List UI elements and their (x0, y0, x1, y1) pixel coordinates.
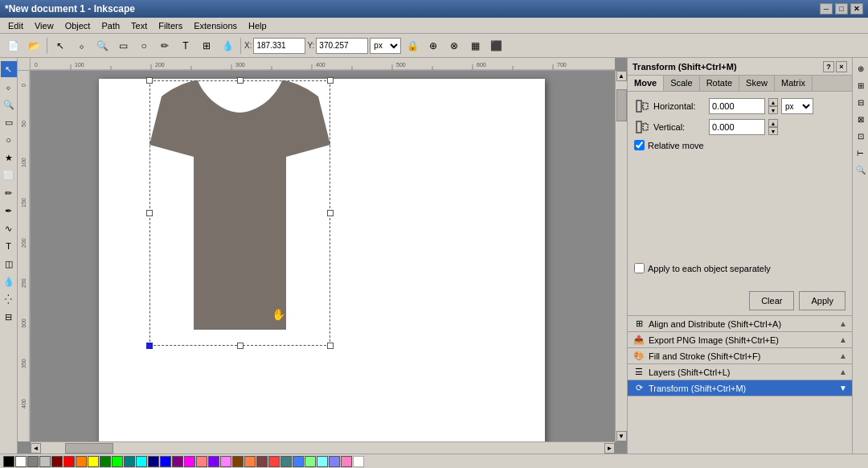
sidebar-icons4-btn[interactable]: ⊠ (854, 112, 868, 126)
snap2-btn[interactable]: ⊗ (444, 36, 464, 55)
handle-top-right[interactable] (327, 77, 334, 84)
h-scroll-thumb[interactable] (65, 443, 113, 454)
apply-button[interactable]: Apply (799, 291, 845, 310)
color-orange[interactable] (76, 456, 87, 467)
color-blue[interactable] (160, 456, 171, 467)
handle-mid-bottom[interactable] (237, 343, 244, 349)
horizontal-unit[interactable]: px mm cm in (781, 98, 813, 114)
sidebar-icons6-btn[interactable]: ⊢ (854, 146, 868, 160)
menu-filters[interactable]: Filters (154, 20, 187, 31)
scroll-up-btn[interactable]: ▲ (616, 71, 627, 81)
select-tool[interactable]: ↖ (51, 36, 70, 55)
color-slate[interactable] (280, 456, 292, 467)
color-violet[interactable] (208, 456, 219, 467)
open-button[interactable]: 📂 (24, 36, 43, 55)
export-collapse[interactable]: ▲ (839, 335, 847, 344)
panel-transform-item[interactable]: ⟳ Transform (Shift+Ctrl+M) ▼ (628, 380, 852, 396)
handle-top-left[interactable] (146, 77, 153, 84)
fill-collapse[interactable]: ▲ (839, 351, 847, 360)
color-maroon[interactable] (51, 456, 63, 467)
tool-ellipse[interactable]: ○ (1, 132, 17, 148)
x-input[interactable] (253, 38, 305, 54)
tool-pencil[interactable]: ✒ (1, 203, 17, 219)
tool-text[interactable]: T (1, 238, 17, 254)
menu-view[interactable]: View (30, 20, 59, 31)
minimize-button[interactable]: ─ (820, 3, 833, 14)
color-light-red[interactable] (268, 456, 280, 467)
panel-help-btn[interactable]: ? (823, 61, 834, 72)
color-periwinkle[interactable] (329, 456, 340, 467)
align-collapse[interactable]: ▲ (839, 319, 847, 328)
menu-edit[interactable]: Edit (3, 20, 28, 31)
tab-move[interactable]: Move (628, 76, 664, 91)
sidebar-icons3-btn[interactable]: ⊟ (854, 95, 868, 109)
tool-rect[interactable]: ▭ (1, 114, 17, 130)
color-rose[interactable] (341, 456, 352, 467)
vertical-spin-up[interactable]: ▲ (768, 119, 778, 127)
scroll-right-btn[interactable]: ► (604, 443, 615, 454)
menu-text[interactable]: Text (126, 20, 152, 31)
y-input[interactable] (316, 38, 368, 54)
handle-bottom-left[interactable] (146, 343, 153, 349)
color-peach[interactable] (244, 456, 256, 467)
color-cyan[interactable] (136, 456, 147, 467)
rect-tool[interactable]: ▭ (113, 36, 133, 55)
color-navy[interactable] (148, 456, 159, 467)
menu-path[interactable]: Path (96, 20, 125, 31)
color-teal[interactable] (124, 456, 135, 467)
color-mint[interactable] (305, 456, 316, 467)
transform-collapse[interactable]: ▼ (839, 384, 847, 392)
tool-eraser[interactable]: ⊟ (1, 309, 17, 325)
color-green[interactable] (100, 456, 111, 467)
canvas-area[interactable]: 0 100 200 300 400 500 600 700 (18, 58, 627, 454)
clear-button[interactable]: Clear (749, 291, 794, 310)
color-pink[interactable] (196, 456, 207, 467)
color-magenta[interactable] (184, 456, 195, 467)
color-brown[interactable] (232, 456, 244, 467)
tool-zoom[interactable]: 🔍 (1, 96, 17, 113)
layers-collapse[interactable]: ▲ (839, 367, 847, 376)
color-lime[interactable] (112, 456, 123, 467)
tab-scale[interactable]: Scale (664, 76, 700, 91)
color-black[interactable] (3, 456, 14, 467)
text-tool[interactable]: T (176, 36, 195, 55)
ungroup-btn[interactable]: ⬛ (486, 36, 506, 55)
lock-btn[interactable]: 🔒 (403, 36, 422, 55)
tab-skew[interactable]: Skew (739, 76, 775, 91)
sidebar-icons5-btn[interactable]: ⊡ (854, 129, 868, 143)
color-white[interactable] (15, 456, 27, 467)
color-purple[interactable] (172, 456, 183, 467)
gradient-tool[interactable]: ⊞ (197, 36, 216, 55)
tab-rotate[interactable]: Rotate (700, 76, 739, 91)
panel-export[interactable]: 📤 Export PNG Image (Shift+Ctrl+E) ▲ (628, 332, 852, 348)
dropper-tool[interactable]: 💧 (218, 36, 237, 55)
apply-each-checkbox[interactable] (634, 263, 645, 273)
group-btn[interactable]: ▦ (465, 36, 485, 55)
handle-mid-top[interactable] (237, 77, 244, 84)
ellipse-tool[interactable]: ○ (134, 36, 154, 55)
tool-dropper[interactable]: 💧 (1, 273, 17, 289)
color-dark-red[interactable] (256, 456, 268, 467)
horizontal-input[interactable] (709, 98, 765, 114)
panel-layers[interactable]: ☰ Layers (Shift+Ctrl+L) ▲ (628, 364, 852, 380)
color-red[interactable] (63, 456, 75, 467)
color-white2[interactable] (353, 456, 364, 467)
scroll-down-btn[interactable]: ▼ (616, 431, 627, 441)
horizontal-spin-up[interactable]: ▲ (768, 98, 778, 106)
tab-matrix[interactable]: Matrix (775, 76, 813, 91)
scroll-left-btn[interactable]: ◄ (31, 443, 41, 454)
menu-help[interactable]: Help (244, 20, 272, 31)
handle-bottom-right[interactable] (327, 343, 334, 349)
panel-align[interactable]: ⊞ Align and Distribute (Shift+Ctrl+A) ▲ (628, 316, 852, 332)
horizontal-scrollbar[interactable]: ◄ ► (31, 441, 615, 454)
tool-spray[interactable]: ⁛ (1, 291, 17, 307)
tool-3d[interactable]: ⬜ (1, 167, 17, 183)
sidebar-arrange-btn[interactable]: ⊕ (854, 61, 868, 76)
zoom-tool[interactable]: 🔍 (92, 36, 112, 55)
tshirt-container[interactable] (149, 80, 330, 346)
tool-star[interactable]: ★ (1, 150, 17, 166)
unit-select[interactable]: px mm cm in (370, 38, 401, 54)
color-yellow[interactable] (88, 456, 99, 467)
menu-extensions[interactable]: Extensions (189, 20, 242, 31)
restore-button[interactable]: □ (835, 3, 848, 14)
